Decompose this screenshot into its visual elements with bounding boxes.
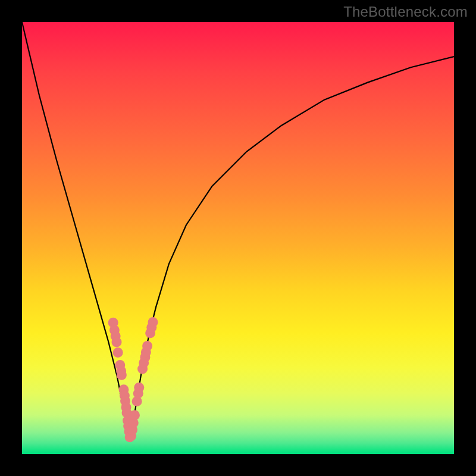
data-marker xyxy=(111,337,121,347)
bottleneck-curve xyxy=(22,22,454,441)
data-marker xyxy=(130,410,140,420)
data-marker xyxy=(134,383,144,393)
plot-area xyxy=(22,22,454,454)
data-marker xyxy=(142,341,152,351)
marker-group xyxy=(108,317,158,442)
chart-container: TheBottleneck.com xyxy=(0,0,476,476)
watermark-text: TheBottleneck.com xyxy=(343,4,468,20)
data-marker xyxy=(117,370,127,380)
data-marker xyxy=(148,317,158,327)
chart-svg xyxy=(22,22,454,454)
data-marker xyxy=(113,347,123,358)
